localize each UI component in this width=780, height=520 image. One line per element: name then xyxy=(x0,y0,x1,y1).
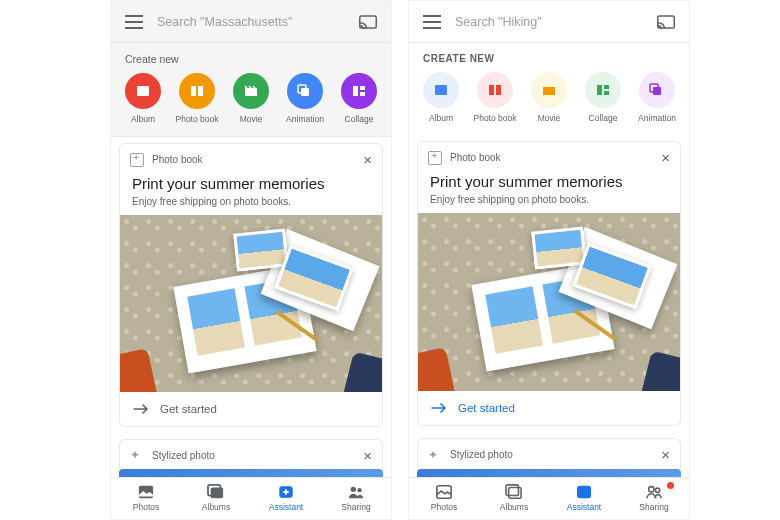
search-input[interactable]: Search "Massachusetts" xyxy=(157,15,345,29)
svg-rect-16 xyxy=(543,87,555,95)
animation-icon xyxy=(297,84,313,98)
chip-collage[interactable]: Collage xyxy=(337,73,381,124)
card-image xyxy=(120,215,382,392)
svg-rect-3 xyxy=(301,88,309,96)
svg-rect-2 xyxy=(245,88,257,96)
card-image xyxy=(418,213,680,391)
svg-point-12 xyxy=(351,487,356,492)
chip-label: Collage xyxy=(589,113,618,123)
nav-albums[interactable]: Albums xyxy=(484,484,544,512)
create-chips: Album Photo book Movie Collage Animation xyxy=(409,68,689,135)
photobook-icon xyxy=(487,83,503,97)
close-icon[interactable]: × xyxy=(661,150,670,165)
svg-rect-1 xyxy=(137,86,149,96)
bottom-nav: Photos Albums Assistant Sharing xyxy=(409,477,689,519)
nav-label: Photos xyxy=(431,502,457,512)
get-started-button[interactable]: Get started xyxy=(120,392,382,426)
stylized-preview xyxy=(119,469,383,477)
chip-label: Album xyxy=(429,113,453,123)
promo-card: Photo book × Print your summer memories … xyxy=(119,143,383,427)
menu-icon[interactable] xyxy=(125,15,143,29)
card-tag: Stylized photo xyxy=(450,449,653,460)
svg-rect-20 xyxy=(653,87,661,95)
svg-rect-17 xyxy=(597,85,602,95)
nav-assistant[interactable]: Assistant xyxy=(554,484,614,512)
card-title: Print your summer memories xyxy=(120,175,382,196)
chip-label: Movie xyxy=(240,114,263,124)
chip-label: Animation xyxy=(638,113,676,123)
nav-assistant[interactable]: Assistant xyxy=(256,484,316,512)
chip-photobook[interactable]: Photo book xyxy=(175,73,219,124)
card-subtitle: Enjoy free shipping on photo books. xyxy=(120,196,382,215)
chip-movie[interactable]: Movie xyxy=(229,73,273,124)
nav-photos[interactable]: Photos xyxy=(116,484,176,512)
topbar: Search "Hiking" xyxy=(409,1,689,43)
svg-rect-5 xyxy=(353,86,358,96)
nav-label: Sharing xyxy=(639,502,668,512)
chip-label: Album xyxy=(131,114,155,124)
card-header: Photo book × xyxy=(120,144,382,175)
nav-albums[interactable]: Albums xyxy=(186,484,246,512)
close-icon[interactable]: × xyxy=(661,447,670,462)
search-input[interactable]: Search "Hiking" xyxy=(455,15,643,29)
create-label: CREATE NEW xyxy=(409,43,689,68)
chip-collage[interactable]: Collage xyxy=(581,72,625,123)
create-section: Create new Album Photo book Movie Animat… xyxy=(111,43,391,137)
chip-album[interactable]: Album xyxy=(121,73,165,124)
card-tag: Stylized photo xyxy=(152,450,355,461)
card-header: Photo book × xyxy=(418,142,680,173)
card-tag: Photo book xyxy=(450,152,653,163)
nav-label: Albums xyxy=(202,502,230,512)
movie-icon xyxy=(243,84,259,98)
get-started-button[interactable]: Get started xyxy=(418,391,680,425)
phone-old: Search "Massachusetts" Create new Album … xyxy=(110,0,392,520)
card-tag: Photo book xyxy=(152,154,355,165)
stylized-preview xyxy=(417,469,681,477)
svg-point-13 xyxy=(357,489,361,493)
album-icon xyxy=(135,84,151,98)
chip-animation[interactable]: Animation xyxy=(283,73,327,124)
svg-point-26 xyxy=(649,487,654,492)
chip-label: Collage xyxy=(345,114,374,124)
create-chips: Album Photo book Movie Animation Collage xyxy=(111,69,391,136)
photobook-icon xyxy=(189,84,205,98)
nav-label: Photos xyxy=(133,502,159,512)
svg-point-27 xyxy=(655,488,659,492)
photobook-icon xyxy=(130,153,144,167)
collage-icon xyxy=(351,84,367,98)
collage-icon xyxy=(595,83,611,97)
nav-sharing[interactable]: Sharing xyxy=(624,484,684,512)
cast-icon[interactable] xyxy=(657,15,675,29)
animation-icon xyxy=(649,83,665,97)
stylized-card: Stylized photo × xyxy=(119,439,383,470)
svg-rect-19 xyxy=(604,91,609,95)
close-icon[interactable]: × xyxy=(363,448,372,463)
svg-rect-23 xyxy=(509,488,521,499)
create-label: Create new xyxy=(111,43,391,69)
cast-icon[interactable] xyxy=(359,15,377,29)
sparkle-icon xyxy=(130,448,144,462)
sparkle-icon xyxy=(428,448,442,462)
chip-animation[interactable]: Animation xyxy=(635,72,679,123)
action-label: Get started xyxy=(458,402,515,414)
chip-movie[interactable]: Movie xyxy=(527,72,571,123)
svg-rect-15 xyxy=(435,85,447,95)
album-icon xyxy=(433,83,449,97)
svg-rect-7 xyxy=(360,92,365,96)
card-title: Print your summer memories xyxy=(418,173,680,194)
phone-new: Search "Hiking" CREATE NEW Album Photo b… xyxy=(408,0,690,520)
svg-rect-6 xyxy=(360,86,365,90)
chip-photobook[interactable]: Photo book xyxy=(473,72,517,123)
chip-label: Animation xyxy=(286,114,324,124)
promo-card: Photo book × Print your summer memories … xyxy=(417,141,681,426)
action-label: Get started xyxy=(160,403,217,415)
chip-label: Photo book xyxy=(175,114,218,124)
stylized-card: Stylized photo × xyxy=(417,438,681,469)
movie-icon xyxy=(541,83,557,97)
nav-sharing[interactable]: Sharing xyxy=(326,484,386,512)
chip-album[interactable]: Album xyxy=(419,72,463,123)
nav-photos[interactable]: Photos xyxy=(414,484,474,512)
card-subtitle: Enjoy free shipping on photo books. xyxy=(418,194,680,213)
menu-icon[interactable] xyxy=(423,15,441,29)
close-icon[interactable]: × xyxy=(363,152,372,167)
